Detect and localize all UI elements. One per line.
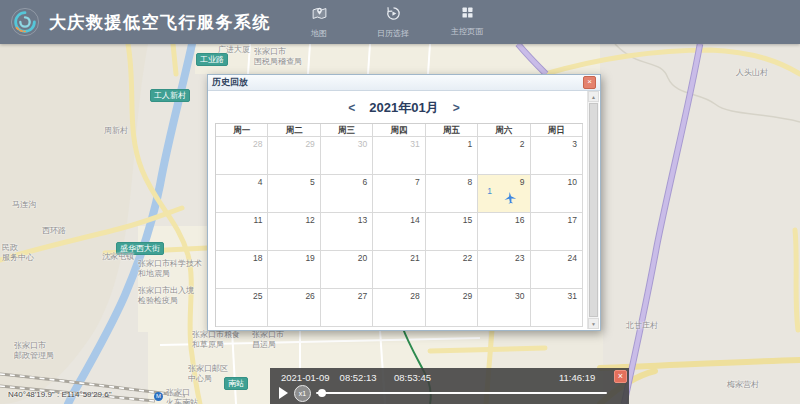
day-number: 21 — [410, 253, 419, 263]
scrollbar-thumb[interactable] — [589, 103, 598, 317]
flight-icon[interactable] — [502, 190, 519, 210]
calendar-day-cell[interactable]: 30 — [321, 137, 373, 175]
calendar-day-cell[interactable]: 5 — [268, 175, 320, 213]
calendar-day-cell[interactable]: 28 — [373, 289, 425, 327]
map-place-label: 张家口市粮食 和草原局 — [192, 330, 240, 351]
map-place-label: 张家口 火车南站 — [166, 388, 198, 404]
playback-date: 2021-01-09 — [281, 372, 330, 383]
calendar-day-cell[interactable]: 20 — [321, 251, 373, 289]
playback-close-button[interactable]: × — [614, 370, 627, 383]
day-number: 13 — [358, 215, 367, 225]
calendar-weekday-row: 周一周二周三周四周五周六周日 — [216, 124, 583, 137]
map-place-label: 梅家营村 — [727, 380, 759, 390]
speed-button[interactable]: x1 — [294, 385, 311, 402]
day-number: 10 — [568, 177, 577, 187]
calendar-day-cell[interactable]: 2 — [478, 137, 530, 175]
app-logo-icon — [10, 7, 40, 37]
map-place-label: 张家口市 昌运局 — [252, 330, 284, 351]
scrollbar-down-icon[interactable]: ▼ — [588, 318, 599, 329]
menu-item-label: 日历选择 — [377, 28, 409, 39]
calendar-day-cell[interactable]: 24 — [531, 251, 583, 289]
calendar-day-cell[interactable]: 12 — [268, 213, 320, 251]
calendar-day-cell[interactable]: 3 — [531, 137, 583, 175]
day-number: 28 — [253, 139, 262, 149]
map-coordinates: N40°48'19.9" : E114°59'29.6" — [8, 390, 112, 399]
weekday-header: 周日 — [531, 124, 583, 137]
playback-slider-knob[interactable] — [318, 389, 326, 397]
calendar-day-cell[interactable]: 14 — [373, 213, 425, 251]
calendar-day-cell[interactable]: 17 — [531, 213, 583, 251]
playback-current-time: 08:53:45 — [394, 372, 431, 383]
calendar-day-cell[interactable]: 31 — [531, 289, 583, 327]
calendar-day-cell[interactable]: 10 — [531, 175, 583, 213]
play-button[interactable] — [279, 387, 288, 399]
calendar-day-cell[interactable]: 91 — [478, 175, 530, 213]
calendar-day-cell[interactable]: 15 — [426, 213, 478, 251]
calendar-day-cell[interactable]: 6 — [321, 175, 373, 213]
day-number: 20 — [358, 253, 367, 263]
calendar-day-cell[interactable]: 13 — [321, 213, 373, 251]
weekday-header: 周二 — [268, 124, 320, 137]
map-place-label: 周新村 — [104, 126, 128, 136]
calendar-day-cell[interactable]: 21 — [373, 251, 425, 289]
menu-item-calendar-select[interactable]: 日历选择 — [367, 5, 419, 39]
map-place-label: 人头山村 — [736, 68, 768, 78]
calendar-day-cell[interactable]: 29 — [268, 137, 320, 175]
map-place-label: 张家口市出入境 检验检疫局 — [138, 286, 194, 307]
weekday-header: 周四 — [373, 124, 425, 137]
calendar-grid: 2829303112345678911011121314151617181920… — [216, 137, 583, 327]
history-replay-dialog: 历史回放 × < 2021年01月 > 周一周二周三周四周五周六周日 28293… — [207, 74, 601, 331]
dialog-scrollbar[interactable]: ▲ ▼ — [587, 91, 599, 329]
calendar-month-row: < 2021年01月 > — [208, 99, 600, 117]
menu-item-main-control[interactable]: 主控页面 — [441, 5, 493, 39]
calendar-day-cell[interactable]: 26 — [268, 289, 320, 327]
calendar-day-cell[interactable]: 19 — [268, 251, 320, 289]
next-month-button[interactable]: > — [453, 101, 460, 115]
day-number: 2 — [520, 139, 525, 149]
dialog-title: 历史回放 — [212, 76, 248, 89]
calendar-day-cell[interactable]: 27 — [321, 289, 373, 327]
day-number: 30 — [358, 139, 367, 149]
calendar-day-cell[interactable]: 28 — [216, 137, 268, 175]
calendar-day-cell[interactable]: 8 — [426, 175, 478, 213]
calendar-day-cell[interactable]: 30 — [478, 289, 530, 327]
calendar-day-cell[interactable]: 7 — [373, 175, 425, 213]
train-station-icon: M — [154, 392, 163, 401]
map-place-label: 沈家屯镇 — [102, 252, 134, 262]
calendar-day-cell[interactable]: 1 — [426, 137, 478, 175]
day-number: 12 — [305, 215, 314, 225]
day-number: 3 — [572, 139, 577, 149]
map-place-label: 民政 服务中心 — [2, 243, 34, 264]
day-number: 1 — [467, 139, 472, 149]
dialog-titlebar[interactable]: 历史回放 × — [208, 75, 600, 91]
calendar-day-cell[interactable]: 31 — [373, 137, 425, 175]
day-number: 27 — [358, 291, 367, 301]
history-replay-icon — [385, 5, 402, 26]
playback-date-start: 2021-01-09 08:52:13 — [281, 372, 377, 383]
calendar-day-cell[interactable]: 11 — [216, 213, 268, 251]
day-number: 31 — [410, 139, 419, 149]
map-place-label: 西环路 — [42, 226, 66, 236]
dialog-close-button[interactable]: × — [583, 76, 596, 89]
prev-month-button[interactable]: < — [348, 101, 355, 115]
calendar-day-cell[interactable]: 29 — [426, 289, 478, 327]
playback-bar: 2021-01-09 08:52:13 08:53:45 11:46:19 × … — [270, 368, 629, 404]
day-number: 5 — [310, 177, 315, 187]
map-place-label: 广进大厦 — [218, 45, 250, 55]
calendar-day-cell[interactable]: 25 — [216, 289, 268, 327]
menu-item-map[interactable]: 地图 — [293, 5, 345, 39]
day-number: 26 — [305, 291, 314, 301]
calendar-day-cell[interactable]: 22 — [426, 251, 478, 289]
weekday-header: 周三 — [321, 124, 373, 137]
day-number: 19 — [305, 253, 314, 263]
calendar-day-cell[interactable]: 23 — [478, 251, 530, 289]
calendar-day-cell[interactable]: 18 — [216, 251, 268, 289]
calendar-day-cell[interactable]: 16 — [478, 213, 530, 251]
weekday-header: 周六 — [478, 124, 530, 137]
calendar-day-cell[interactable]: 4 — [216, 175, 268, 213]
weekday-header: 周五 — [426, 124, 478, 137]
playback-slider-track[interactable] — [316, 392, 607, 394]
day-number: 11 — [254, 215, 263, 225]
playback-start-time: 08:52:13 — [340, 372, 377, 383]
scrollbar-up-icon[interactable]: ▲ — [588, 91, 599, 102]
